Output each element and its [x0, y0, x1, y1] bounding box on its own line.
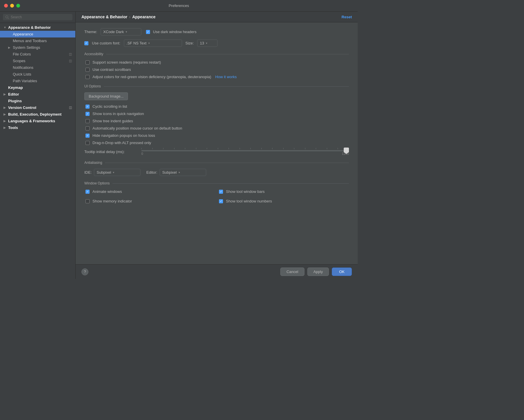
label-screen-readers: Support screen readers (requires restart…	[92, 60, 161, 64]
tick	[207, 148, 207, 149]
sidebar-item-editor[interactable]: ▶ Editor	[0, 91, 75, 98]
label-show-tool-window-bars: Show tool window bars	[226, 189, 265, 194]
editor-dropdown[interactable]: Subpixel ▾	[160, 169, 206, 176]
sidebar-item-tools[interactable]: ▶ Tools	[0, 124, 75, 131]
accessibility-items: Support screen readers (requires restart…	[84, 60, 349, 79]
ui-option-hide-nav-popups: Hide navigation popups on focus loss	[84, 133, 349, 138]
badge-icon: ◫	[69, 52, 72, 56]
arrow-icon: ▶	[3, 119, 8, 123]
search-icon	[5, 15, 9, 19]
theme-dropdown[interactable]: XCode Dark ▾	[101, 28, 141, 35]
minimize-button[interactable]	[10, 4, 14, 8]
accessibility-item-contrast-scrollbars: Use contrast scrollbars	[84, 67, 349, 72]
sidebar-item-keymap[interactable]: Keymap	[0, 84, 75, 91]
sidebar-item-label: Appearance & Behavior	[8, 25, 51, 30]
tick	[272, 148, 272, 149]
label-cyclic-scrolling: Cyclic scrolling in list	[92, 104, 127, 109]
tick	[316, 148, 316, 149]
checkbox-contrast-scrollbars[interactable]	[85, 68, 90, 72]
dark-window-checkbox[interactable]	[146, 30, 150, 34]
dark-window-row: Use dark window headers	[145, 30, 197, 34]
size-dropdown[interactable]: 13 ▾	[197, 40, 218, 47]
arrow-icon: ▼	[3, 26, 8, 29]
sidebar-item-languages-frameworks[interactable]: ▶ Languages & Frameworks	[0, 118, 75, 124]
reset-button[interactable]: Reset	[342, 15, 352, 19]
link-color-deficiency[interactable]: How it works	[215, 75, 237, 79]
sidebar-item-quick-lists[interactable]: Quick Lists	[0, 71, 75, 78]
sidebar-nav: ▼ Appearance & Behavior Appearance Menus…	[0, 23, 75, 279]
custom-font-checkbox[interactable]	[84, 41, 88, 45]
sidebar-item-notifications[interactable]: Notifications	[0, 64, 75, 71]
tick	[294, 148, 294, 149]
checkbox-show-tool-window-bars[interactable]	[219, 190, 223, 194]
checkbox-drag-drop[interactable]	[85, 141, 90, 145]
apply-button[interactable]: Apply	[307, 268, 329, 276]
tooltip-slider-container: 0 1200	[141, 148, 349, 155]
label-tree-indent: Show tree indent guides	[92, 119, 133, 123]
maximize-button[interactable]	[16, 4, 20, 8]
window-options-items: Animate windowsShow tool window barsShow…	[84, 189, 349, 206]
tick	[163, 148, 163, 149]
window-options-line	[113, 183, 349, 184]
arrow-icon: ▶	[3, 113, 8, 116]
window-options-divider: Window Options	[84, 181, 349, 185]
sidebar-item-system-settings[interactable]: ▶ System Settings	[0, 44, 75, 51]
content-area: Appearance & Behavior › Appearance Reset…	[76, 12, 358, 279]
traffic-lights[interactable]	[4, 4, 20, 8]
slider-track[interactable]	[141, 150, 349, 151]
main-layout: ▼ Appearance & Behavior Appearance Menus…	[0, 12, 358, 279]
help-button[interactable]: ?	[81, 268, 88, 275]
sidebar-item-build-execution[interactable]: ▶ Build, Execution, Deployment	[0, 111, 75, 118]
slider-min: 0	[141, 152, 143, 155]
sidebar-item-scopes[interactable]: Scopes ◫	[0, 58, 75, 64]
tick	[240, 148, 240, 149]
checkbox-mouse-cursor[interactable]	[85, 126, 90, 130]
slider-ticks	[141, 148, 349, 149]
theme-row: Theme: XCode Dark ▾ Use dark window head…	[84, 28, 349, 35]
ui-options-title: UI Options	[84, 84, 101, 88]
tooltip-slider-row: Tooltip initial delay (ms): 0 1200	[84, 148, 349, 155]
tick	[185, 148, 185, 149]
size-value: 13	[200, 41, 204, 45]
ok-button[interactable]: OK	[332, 268, 352, 276]
sidebar-item-path-variables[interactable]: Path Variables	[0, 78, 75, 84]
theme-dropdown-arrow: ▾	[126, 30, 127, 33]
font-dropdown[interactable]: .SF NS Text ▾	[124, 40, 182, 47]
label-mouse-cursor: Automatically position mouse cursor on d…	[92, 126, 182, 130]
sidebar-item-appearance-behavior[interactable]: ▼ Appearance & Behavior	[0, 24, 75, 31]
checkbox-show-icons[interactable]	[85, 112, 90, 116]
sidebar-item-label: File Colors	[13, 52, 31, 56]
sidebar-item-file-colors[interactable]: File Colors ◫	[0, 51, 75, 58]
cancel-button[interactable]: Cancel	[280, 268, 304, 276]
search-input[interactable]	[11, 15, 70, 19]
background-image-button[interactable]: Background Image...	[84, 92, 128, 100]
ide-antialias-field: IDE: Subpixel ▾	[84, 169, 140, 176]
editor-label: Editor:	[146, 170, 157, 175]
close-button[interactable]	[4, 4, 8, 8]
antialiasing-row: IDE: Subpixel ▾ Editor: Subpixel ▾	[84, 169, 349, 176]
tooltip-label: Tooltip initial delay (ms):	[84, 150, 137, 154]
checkbox-hide-nav-popups[interactable]	[85, 134, 90, 138]
checkbox-show-memory[interactable]	[85, 199, 90, 203]
ui-option-mouse-cursor: Automatically position mouse cursor on d…	[84, 126, 349, 130]
settings-content: Theme: XCode Dark ▾ Use dark window head…	[76, 22, 358, 264]
checkbox-animate-windows[interactable]	[85, 190, 90, 194]
search-wrapper[interactable]	[3, 14, 72, 20]
label-animate-windows: Animate windows	[92, 189, 122, 194]
sidebar-item-menus-toolbars[interactable]: Menus and Toolbars	[0, 37, 75, 44]
tick	[141, 148, 142, 149]
checkbox-tree-indent[interactable]	[85, 119, 90, 123]
checkbox-show-tool-numbers[interactable]	[219, 199, 223, 203]
sidebar-item-version-control[interactable]: ▶ Version Control ◫	[0, 104, 75, 111]
accessibility-divider: Accessibility	[84, 52, 349, 56]
sidebar-item-appearance[interactable]: Appearance	[0, 31, 75, 37]
label-contrast-scrollbars: Use contrast scrollbars	[92, 67, 131, 72]
checkbox-screen-readers[interactable]	[85, 60, 90, 64]
checkbox-color-deficiency[interactable]	[85, 75, 90, 79]
ide-dropdown[interactable]: Subpixel ▾	[94, 169, 140, 176]
ui-option-cyclic-scrolling: Cyclic scrolling in list	[84, 104, 349, 109]
dark-window-label: Use dark window headers	[153, 30, 197, 34]
sidebar-item-plugins[interactable]: Plugins	[0, 98, 75, 104]
tick	[196, 148, 196, 149]
checkbox-cyclic-scrolling[interactable]	[85, 105, 90, 109]
